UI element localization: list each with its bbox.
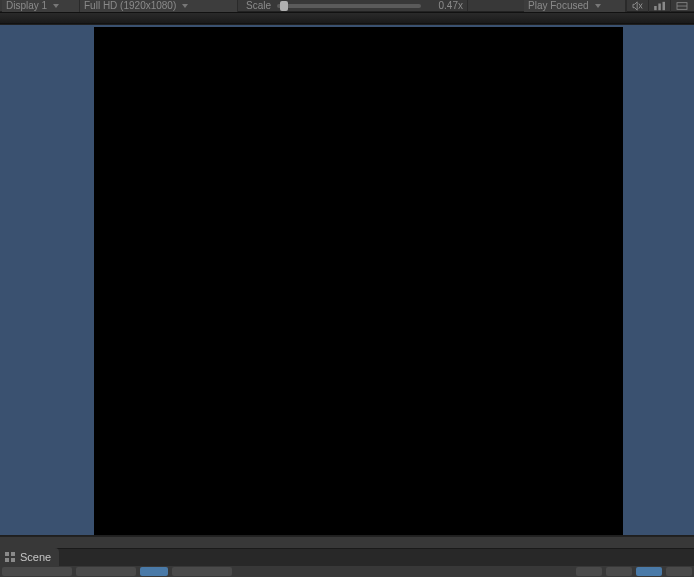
display-dropdown[interactable]: Display 1 [2, 0, 80, 12]
scene-toolbar-segment[interactable] [666, 567, 692, 576]
resolution-dropdown[interactable]: Full HD (1920x1080) [80, 0, 238, 12]
scene-toolbar-segment[interactable] [576, 567, 602, 576]
scene-toolbar-segment[interactable] [606, 567, 632, 576]
tab-scene-label: Scene [20, 551, 51, 563]
display-dropdown-label: Display 1 [6, 0, 47, 11]
svg-rect-6 [11, 552, 15, 556]
audio-mute-icon [631, 1, 645, 11]
scale-slider[interactable] [277, 4, 421, 8]
gizmos-button[interactable] [670, 0, 692, 12]
svg-rect-8 [11, 558, 15, 562]
tab-strip: Scene [0, 548, 694, 566]
scene-toolbar-segment[interactable] [2, 567, 72, 576]
scale-slider-handle[interactable] [280, 1, 288, 11]
scene-toolbar-segment[interactable] [172, 567, 232, 576]
chevron-down-icon [182, 4, 188, 8]
toolbar-divider [0, 12, 694, 24]
tab-scene[interactable]: Scene [0, 548, 59, 566]
svg-rect-0 [654, 6, 657, 10]
scene-toolbar-segment[interactable] [636, 567, 662, 576]
svg-rect-5 [5, 552, 9, 556]
scene-toolbar [0, 566, 694, 577]
scale-label: Scale [246, 0, 271, 11]
scene-toolbar-segment[interactable] [76, 567, 136, 576]
stats-button[interactable] [648, 0, 670, 12]
scene-toolbar-2d-toggle[interactable] [140, 567, 168, 576]
svg-rect-1 [658, 3, 661, 10]
stats-icon [653, 1, 667, 11]
resolution-dropdown-label: Full HD (1920x1080) [84, 0, 176, 11]
viewport-bottom-divider [0, 536, 694, 548]
scale-value: 0.47x [429, 0, 467, 11]
svg-rect-7 [5, 558, 9, 562]
chevron-down-icon [53, 4, 59, 8]
game-toolbar: Display 1 Full HD (1920x1080) Scale 0.47… [0, 0, 694, 12]
gizmos-icon [675, 1, 689, 11]
game-render-output [94, 27, 623, 535]
play-mode-label: Play Focused [528, 0, 589, 11]
scene-icon [4, 551, 16, 563]
chevron-down-icon [595, 4, 601, 8]
game-viewport [0, 24, 694, 536]
mute-audio-button[interactable] [626, 0, 648, 12]
svg-rect-2 [662, 1, 665, 9]
scale-control: Scale 0.47x [238, 0, 468, 11]
play-mode-dropdown[interactable]: Play Focused [524, 0, 626, 12]
